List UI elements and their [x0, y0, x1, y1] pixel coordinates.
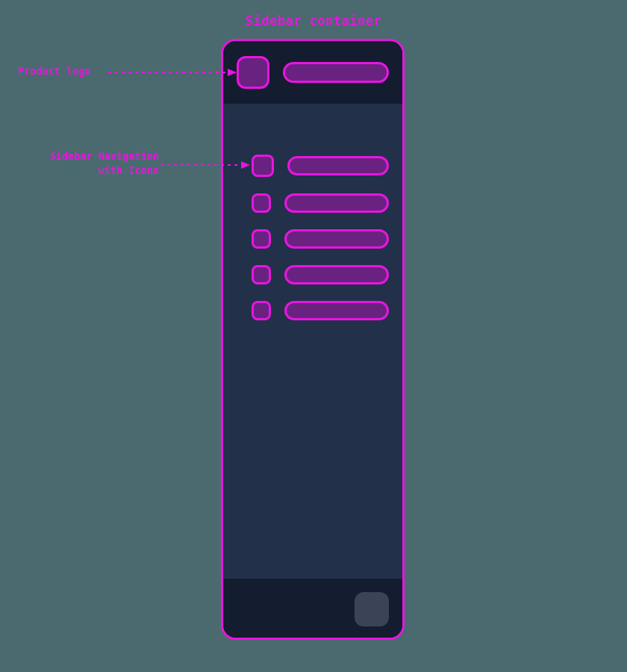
product-name-placeholder — [283, 62, 389, 83]
nav-item[interactable] — [252, 155, 389, 177]
diagram-title: Sidebar container — [0, 13, 627, 28]
nav-item-label-placeholder — [284, 193, 389, 213]
nav-item-icon — [252, 265, 271, 284]
nav-item-label-placeholder — [284, 229, 389, 249]
nav-item-icon — [252, 301, 271, 320]
sidebar-nav — [223, 104, 402, 579]
nav-item-icon — [252, 193, 271, 213]
nav-item-label-placeholder — [284, 265, 389, 284]
leader-line-product-logo — [108, 69, 239, 79]
nav-item[interactable] — [252, 229, 389, 249]
footer-action-placeholder[interactable] — [355, 592, 389, 626]
nav-item-icon — [252, 155, 274, 177]
sidebar-footer — [223, 579, 402, 640]
product-logo-icon — [237, 56, 269, 89]
annotation-product-logo: Product logo — [18, 64, 107, 78]
nav-item-label-placeholder — [284, 301, 389, 320]
nav-item-label-placeholder — [287, 156, 389, 175]
nav-item-icon — [252, 229, 271, 249]
sidebar-header — [223, 41, 402, 104]
annotation-line: with Icons — [99, 164, 159, 176]
annotation-sidebar-nav: Sidebar Navigation with Icons — [21, 149, 159, 178]
nav-item[interactable] — [252, 265, 389, 284]
nav-item[interactable] — [252, 301, 389, 320]
nav-item[interactable] — [252, 193, 389, 213]
annotation-line: Sidebar Navigation — [50, 150, 159, 162]
sidebar-container — [221, 39, 405, 640]
